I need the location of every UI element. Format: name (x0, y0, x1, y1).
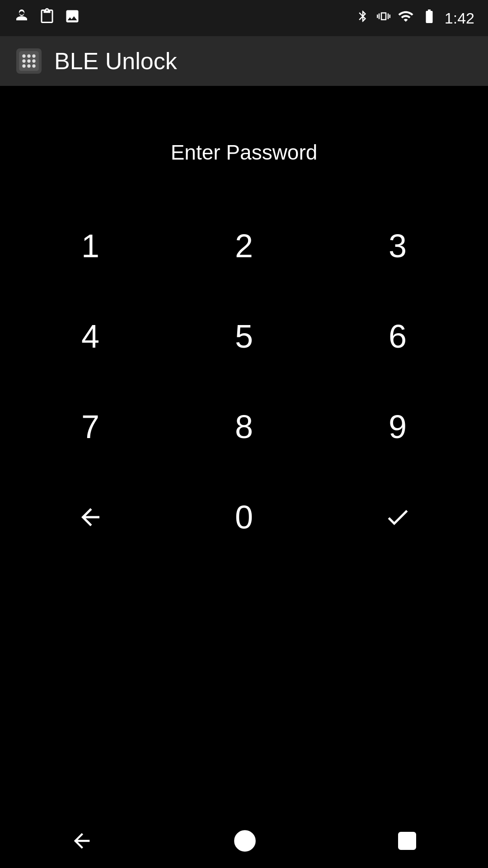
app-title: BLE Unlock (54, 47, 177, 75)
key-1[interactable]: 1 (14, 201, 167, 291)
clipboard-icon (39, 8, 55, 28)
key-8[interactable]: 8 (167, 382, 321, 472)
main-content: Enter Password 1 2 3 4 5 6 7 8 9 (0, 86, 488, 814)
key-0[interactable]: 0 (167, 472, 321, 562)
key-backspace[interactable] (14, 472, 167, 562)
key-confirm[interactable] (321, 472, 474, 562)
key-7[interactable]: 7 (14, 382, 167, 472)
svg-point-2 (27, 54, 30, 57)
keypad-row-2: 4 5 6 (0, 291, 488, 382)
image-icon (64, 8, 80, 28)
bluetooth-icon (356, 8, 370, 28)
signal-icon (398, 8, 414, 28)
nav-home-button[interactable] (224, 820, 266, 862)
key-9[interactable]: 9 (321, 382, 474, 472)
nav-bar (0, 814, 488, 868)
svg-point-5 (27, 59, 30, 62)
key-4[interactable]: 4 (14, 291, 167, 382)
password-prompt: Enter Password (171, 140, 318, 165)
svg-point-4 (22, 59, 25, 62)
key-5[interactable]: 5 (167, 291, 321, 382)
key-6[interactable]: 6 (321, 291, 474, 382)
status-time: 1:42 (445, 9, 474, 27)
app-icon (16, 48, 42, 74)
key-3[interactable]: 3 (321, 201, 474, 291)
vibrate-icon (377, 8, 390, 28)
svg-rect-11 (399, 833, 415, 849)
keypad: 1 2 3 4 5 6 7 8 9 0 (0, 201, 488, 562)
svg-point-1 (22, 54, 25, 57)
key-2[interactable]: 2 (167, 201, 321, 291)
status-bar: 1:42 (0, 0, 488, 36)
status-bar-left (14, 8, 80, 28)
keypad-row-1: 1 2 3 (0, 201, 488, 291)
svg-point-10 (235, 831, 254, 850)
svg-point-7 (22, 64, 25, 67)
accessibility-icon (14, 8, 30, 28)
status-bar-right: 1:42 (356, 8, 474, 28)
battery-icon (421, 8, 437, 28)
app-bar: BLE Unlock (0, 36, 488, 86)
keypad-row-3: 7 8 9 (0, 382, 488, 472)
svg-point-3 (32, 54, 35, 57)
svg-point-8 (27, 64, 30, 67)
svg-point-6 (32, 59, 35, 62)
svg-point-9 (32, 64, 35, 67)
nav-back-button[interactable] (61, 820, 103, 862)
keypad-row-4: 0 (0, 472, 488, 562)
nav-recents-button[interactable] (387, 821, 427, 861)
